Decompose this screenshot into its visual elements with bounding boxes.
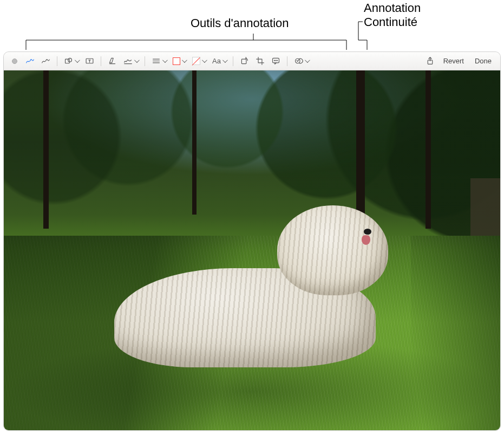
svg-point-1 <box>68 58 72 62</box>
highlight-icon <box>108 56 117 66</box>
text-style-label: Aa <box>212 57 221 65</box>
rotate-icon <box>240 56 249 66</box>
shapes-tool[interactable] <box>62 55 81 68</box>
separator <box>57 56 57 66</box>
share-button[interactable] <box>423 55 437 68</box>
image-description-tool[interactable] <box>269 55 283 68</box>
callout-annotation-tools: Outils d'annotation <box>191 16 289 30</box>
done-button[interactable]: Done <box>470 55 496 68</box>
callout-continuity-line2: Continuité <box>364 15 417 29</box>
shapes-icon <box>64 56 73 66</box>
chevron-down-icon <box>202 57 207 63</box>
tree-trunk <box>192 70 197 215</box>
separator <box>287 56 287 66</box>
dog-head <box>277 205 388 295</box>
separator <box>101 56 101 66</box>
dog-tongue <box>362 235 370 245</box>
done-label: Done <box>475 57 492 65</box>
chevron-down-icon <box>222 57 228 63</box>
photo-building <box>470 178 500 236</box>
window-close-dot[interactable] <box>8 55 21 68</box>
line-style-tool[interactable] <box>149 55 168 68</box>
close-icon <box>12 59 17 64</box>
tree-trunk <box>426 70 431 229</box>
border-color-icon <box>173 57 180 65</box>
photo-dog <box>108 196 416 376</box>
textbox-icon <box>85 56 94 66</box>
markup-toolbar: Aa <box>4 52 500 70</box>
sketch-icon <box>25 56 35 66</box>
tree-trunk <box>43 70 49 229</box>
text-style-tool[interactable]: Aa <box>210 55 228 68</box>
photo-shadow <box>411 236 500 430</box>
revert-button[interactable]: Revert <box>439 55 468 68</box>
svg-point-9 <box>276 60 276 61</box>
callout-continuity-line1: Annotation <box>364 1 421 15</box>
highlight-tool[interactable] <box>106 55 119 68</box>
continuity-markup-tool[interactable] <box>292 55 311 68</box>
sign-tool[interactable] <box>121 55 140 68</box>
sketch-tool[interactable] <box>23 55 37 68</box>
rotate-tool[interactable] <box>238 55 251 68</box>
border-color-tool[interactable] <box>171 55 188 68</box>
line-style-icon <box>152 56 161 66</box>
markup-window: Aa <box>3 51 501 431</box>
callout-area: Outils d'annotation Annotation Continuit… <box>0 0 504 54</box>
separator <box>145 56 145 66</box>
continuity-icon <box>294 56 303 66</box>
fill-color-icon <box>192 57 200 65</box>
svg-point-10 <box>277 60 277 61</box>
chevron-down-icon <box>134 57 140 63</box>
fill-color-tool[interactable] <box>190 55 208 68</box>
draw-tool[interactable] <box>39 55 53 68</box>
image-description-icon <box>271 56 280 66</box>
separator <box>233 56 233 66</box>
crop-icon <box>256 56 265 66</box>
chevron-down-icon <box>305 57 310 63</box>
svg-point-8 <box>274 60 274 61</box>
share-icon <box>426 56 435 66</box>
revert-label: Revert <box>443 57 464 65</box>
chevron-down-icon <box>182 57 187 63</box>
sign-icon <box>123 56 133 66</box>
svg-rect-6 <box>241 59 246 64</box>
crop-tool[interactable] <box>253 55 267 68</box>
image-canvas[interactable] <box>4 70 500 430</box>
chevron-down-icon <box>162 57 168 63</box>
chevron-down-icon <box>75 57 80 63</box>
textbox-tool[interactable] <box>83 55 96 68</box>
draw-icon <box>41 56 50 66</box>
dog-nose <box>364 229 371 235</box>
